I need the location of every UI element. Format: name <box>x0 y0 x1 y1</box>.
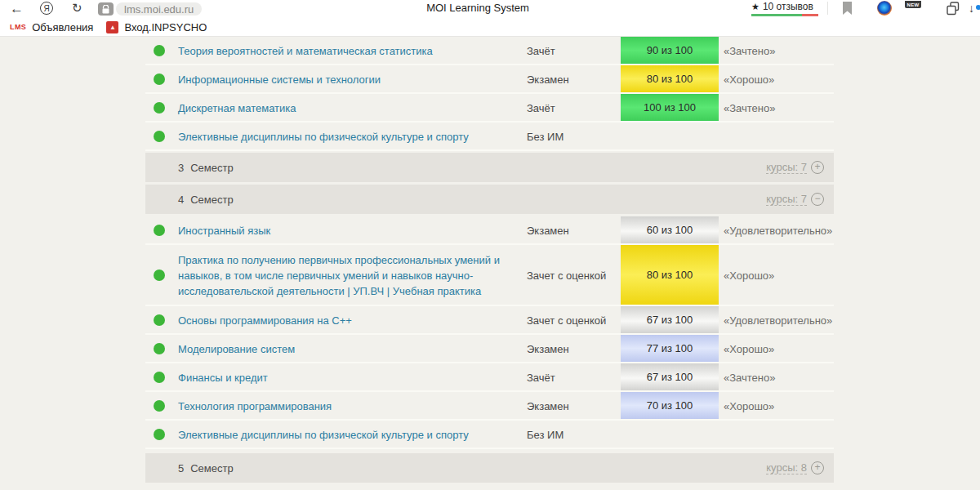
course-row: Элективные дисциплины по физической куль… <box>145 421 834 449</box>
inpsycho-logo-icon: ▲ <box>106 21 118 33</box>
score-badge: 80 из 100 <box>621 245 719 305</box>
course-link[interactable]: Основы программирования на C++ <box>178 312 509 327</box>
exam-type-label: Без ИМ <box>527 428 564 440</box>
score-badge: 70 из 100 <box>621 392 719 419</box>
course-row: Информационные системы и технологии Экза… <box>145 65 834 94</box>
rating-positive-segment <box>751 14 802 16</box>
semester-row[interactable]: 4 Семестр курсы: 7 − <box>145 185 834 214</box>
semester-row[interactable]: 3 Семестр курсы: 7 + <box>145 153 834 182</box>
expand-toggle-icon[interactable]: − <box>811 193 824 206</box>
score-badge: 60 из 100 <box>621 216 719 243</box>
course-link[interactable]: Элективные дисциплины по физической куль… <box>178 426 509 442</box>
course-row: Элективные дисциплины по физической куль… <box>145 122 834 151</box>
grade-label: «Зачтено» <box>724 44 775 56</box>
status-dot-icon <box>154 270 165 281</box>
course-link[interactable]: Информационные системы и технологии <box>178 71 509 87</box>
back-icon[interactable]: ← <box>10 2 24 16</box>
course-link[interactable]: Элективные дисциплины по физической куль… <box>178 128 509 144</box>
expand-toggle-icon[interactable]: + <box>811 461 824 474</box>
grade-label: «Хорошо» <box>724 269 774 281</box>
semester-row[interactable]: 5 Семестр курсы: 8 + <box>145 453 834 483</box>
collections-icon[interactable] <box>945 1 961 20</box>
exam-type-label: Экзамен <box>527 73 569 85</box>
course-row: Основы программирования на C++ Зачет с о… <box>145 306 834 335</box>
extension-new-icon[interactable]: NEW <box>905 1 921 16</box>
grade-label: «Зачтено» <box>724 101 775 114</box>
download-icon[interactable]: ↓ <box>969 1 980 17</box>
bookmark-inpsycho[interactable]: ▲ Вход.INPSYCHO <box>103 21 210 33</box>
exam-type-label: Зачет с оценкой <box>527 314 606 326</box>
reviews-label: 10 отзывов <box>763 1 813 12</box>
status-dot-icon <box>154 314 165 326</box>
bookmark-announcements[interactable]: LMS Объявления <box>7 21 96 33</box>
grade-label: «Хорошо» <box>724 73 774 85</box>
lock-icon[interactable] <box>98 2 114 16</box>
download-arrow: ↓ <box>969 2 974 15</box>
yandex-icon[interactable]: Я <box>40 2 53 15</box>
status-dot-icon <box>154 400 165 412</box>
browser-chrome: ← Я ↻ lms.moi.edu.ru MOI Learning System… <box>0 0 980 37</box>
courses-count-link[interactable]: курсы: 7 <box>766 193 807 206</box>
new-badge: NEW <box>905 1 921 8</box>
score-badge: 67 из 100 <box>621 306 719 333</box>
score-badge: 77 из 100 <box>621 335 719 362</box>
course-row: Дискретная математика Зачёт 100 из 100 «… <box>145 94 834 122</box>
rating-negative-segment <box>802 14 819 16</box>
reviews-widget[interactable]: ★ 10 отзывов <box>751 1 818 16</box>
bookmark-icon[interactable] <box>842 2 853 19</box>
score-badge: 67 из 100 <box>621 363 719 390</box>
bookmark-label: Объявления <box>32 21 93 33</box>
semester-number: 5 <box>178 462 184 474</box>
courses-count-link[interactable]: курсы: 8 <box>766 461 807 474</box>
grade-label: «Удовлетворительно» <box>724 314 832 326</box>
grade-label: «Хорошо» <box>724 342 774 354</box>
course-link[interactable]: Финансы и кредит <box>178 369 509 385</box>
courses-count-link[interactable]: курсы: 7 <box>766 161 807 174</box>
score-badge: 80 из 100 <box>621 65 719 92</box>
course-row: Моделирование систем Экзамен 77 из 100 «… <box>145 335 834 363</box>
score-badge: 90 из 100 <box>621 37 719 64</box>
course-row: Технология программирования Экзамен 70 и… <box>145 392 834 421</box>
semester-label: Семестр <box>190 462 233 474</box>
exam-type-label: Экзамен <box>527 224 569 236</box>
semester-label: Семестр <box>190 162 233 174</box>
address-bar[interactable]: lms.moi.edu.ru <box>116 2 202 16</box>
toolbar-divider <box>827 2 828 15</box>
course-link[interactable]: Дискретная математика <box>178 100 509 115</box>
exam-type-label: Без ИМ <box>527 130 564 142</box>
grade-label: «Зачтено» <box>724 371 775 383</box>
course-row: Иностранный язык Экзамен 60 из 100 «Удов… <box>145 216 834 245</box>
semester-label: Семестр <box>190 194 233 206</box>
course-link[interactable]: Иностранный язык <box>178 222 509 238</box>
bookmark-label: Вход.INPSYCHO <box>124 21 207 33</box>
status-dot-icon <box>154 131 165 142</box>
status-dot-icon <box>154 102 165 114</box>
course-link[interactable]: Технология программирования <box>178 398 509 413</box>
refresh-icon[interactable]: ↻ <box>72 2 82 14</box>
course-row: Практика по получению первичных професси… <box>145 245 834 306</box>
exam-type-label: Зачёт <box>527 44 555 56</box>
course-link[interactable]: Моделирование систем <box>178 341 509 356</box>
expand-toggle-icon[interactable]: + <box>811 161 824 174</box>
grade-label: «Удовлетворительно» <box>724 224 832 236</box>
exam-type-label: Зачет с оценкой <box>527 269 606 281</box>
course-row: Теория вероятностей и математическая ста… <box>145 37 834 65</box>
semester-number: 3 <box>178 162 184 174</box>
grades-table: Теория вероятностей и математическая ста… <box>145 37 834 483</box>
status-dot-icon <box>154 429 165 440</box>
course-link[interactable]: Практика по получению первичных професси… <box>178 252 509 298</box>
exam-type-label: Экзамен <box>527 342 569 354</box>
extension-circle-icon[interactable] <box>877 1 892 16</box>
grade-label: «Хорошо» <box>724 399 774 412</box>
browser-toolbar: ← Я ↻ lms.moi.edu.ru MOI Learning System… <box>0 0 980 18</box>
download-notification-dot <box>976 5 980 10</box>
semester-number: 4 <box>178 194 184 206</box>
exam-type-label: Зачёт <box>527 101 555 114</box>
course-row: Финансы и кредит Зачёт 67 из 100 «Зачтен… <box>145 363 834 392</box>
page-content: Теория вероятностей и математическая ста… <box>0 37 980 483</box>
exam-type-label: Экзамен <box>527 399 569 412</box>
score-badge: 100 из 100 <box>621 94 719 121</box>
exam-type-label: Зачёт <box>527 371 555 383</box>
status-dot-icon <box>154 343 165 354</box>
course-link[interactable]: Теория вероятностей и математическая ста… <box>178 42 509 58</box>
